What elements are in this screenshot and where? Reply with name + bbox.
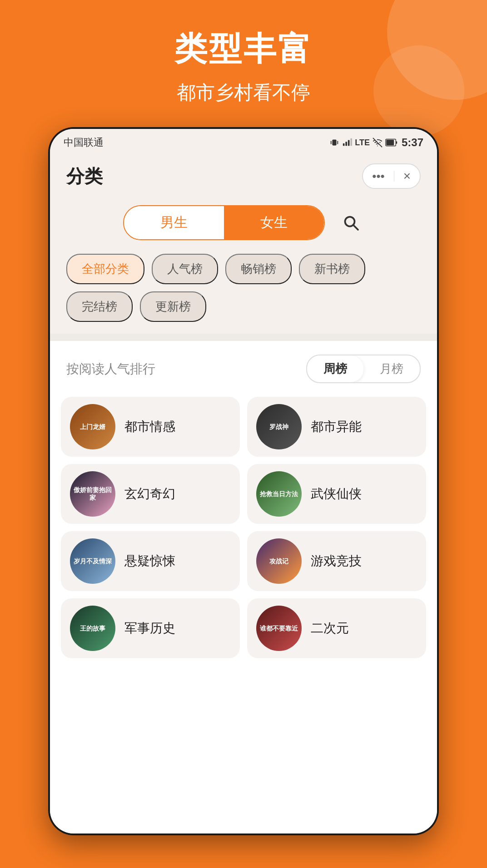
status-time: 5:37 bbox=[402, 136, 423, 149]
status-right-icons: LTE bbox=[329, 136, 423, 149]
category-label-urban-emotion: 都市情感 bbox=[124, 418, 175, 435]
category-cover-urban-emotion: 上门龙婿 bbox=[70, 404, 115, 449]
chip-new-books[interactable]: 新书榜 bbox=[299, 254, 365, 284]
category-cover-martial: 抢救当日方法 bbox=[256, 471, 302, 517]
ranking-tabs: 周榜 月榜 bbox=[306, 355, 421, 383]
svg-rect-9 bbox=[386, 140, 394, 145]
phone-screen: 中国联通 L bbox=[50, 129, 437, 833]
category-card-fantasy[interactable]: 傲娇前妻抱回家 玄幻奇幻 bbox=[61, 464, 240, 524]
section-divider bbox=[50, 334, 437, 341]
category-card-anime[interactable]: 谁都不要靠近 二次元 bbox=[247, 598, 426, 658]
content-area: 按阅读人气排行 周榜 月榜 上门龙婿 都市情感 罗战神 bbox=[50, 341, 437, 833]
app-title: 分类 bbox=[66, 164, 103, 189]
tab-male[interactable]: 男生 bbox=[124, 206, 224, 239]
chip-updated[interactable]: 更新榜 bbox=[140, 291, 206, 322]
svg-rect-6 bbox=[351, 138, 353, 146]
category-label-martial: 武侠仙侠 bbox=[311, 485, 362, 503]
tab-monthly[interactable]: 月榜 bbox=[363, 355, 420, 382]
category-card-military[interactable]: 王的故事 军事历史 bbox=[61, 598, 240, 658]
chip-bestseller[interactable]: 畅销榜 bbox=[225, 254, 292, 284]
chip-completed[interactable]: 完结榜 bbox=[66, 291, 133, 322]
category-card-urban-emotion[interactable]: 上门龙婿 都市情感 bbox=[61, 397, 240, 457]
category-label-fantasy: 玄幻奇幻 bbox=[124, 485, 175, 503]
svg-rect-3 bbox=[343, 143, 345, 146]
category-cover-mystery: 岁月不及情深 bbox=[70, 538, 115, 584]
category-card-urban-ability[interactable]: 罗战神 都市异能 bbox=[247, 397, 426, 457]
carrier-label: 中国联通 bbox=[64, 136, 104, 149]
svg-rect-2 bbox=[338, 141, 338, 144]
ranking-title: 按阅读人气排行 bbox=[66, 360, 155, 378]
svg-point-7 bbox=[377, 145, 378, 146]
svg-line-12 bbox=[354, 226, 358, 230]
category-label-mystery: 悬疑惊悚 bbox=[124, 552, 175, 570]
category-cover-anime: 谁都不要靠近 bbox=[256, 606, 302, 651]
battery-icon bbox=[385, 138, 398, 148]
svg-point-11 bbox=[345, 217, 355, 226]
app-header: 分类 ••• × bbox=[50, 156, 437, 196]
close-button[interactable]: × bbox=[394, 164, 420, 188]
chip-popularity[interactable]: 人气榜 bbox=[152, 254, 218, 284]
gender-tabs-container: 男生 女生 bbox=[50, 196, 437, 249]
vibrate-icon bbox=[329, 138, 339, 148]
status-bar: 中国联通 L bbox=[50, 129, 437, 156]
chip-all-categories[interactable]: 全部分类 bbox=[66, 254, 144, 284]
tab-weekly[interactable]: 周榜 bbox=[307, 355, 363, 382]
bg-decoration2 bbox=[373, 45, 464, 136]
svg-rect-1 bbox=[331, 141, 332, 144]
category-card-gaming[interactable]: 攻战记 游戏竞技 bbox=[247, 531, 426, 591]
signal-icons: LTE bbox=[329, 138, 398, 148]
svg-rect-5 bbox=[348, 140, 350, 146]
category-cover-military: 王的故事 bbox=[70, 606, 115, 651]
search-button[interactable] bbox=[338, 210, 364, 236]
category-cover-urban-ability: 罗战神 bbox=[256, 404, 302, 449]
svg-rect-10 bbox=[396, 141, 397, 144]
category-card-mystery[interactable]: 岁月不及情深 悬疑惊悚 bbox=[61, 531, 240, 591]
category-grid: 上门龙婿 都市情感 罗战神 都市异能 傲娇前妻抱回家 玄幻奇幻 bbox=[50, 392, 437, 663]
search-icon bbox=[343, 215, 359, 231]
category-label-anime: 二次元 bbox=[311, 620, 349, 637]
category-label-urban-ability: 都市异能 bbox=[311, 418, 362, 435]
category-card-martial[interactable]: 抢救当日方法 武侠仙侠 bbox=[247, 464, 426, 524]
tab-female[interactable]: 女生 bbox=[224, 206, 324, 239]
lte-label: LTE bbox=[355, 138, 370, 148]
more-button[interactable]: ••• bbox=[363, 165, 393, 188]
filter-chips-container: 全部分类 人气榜 畅销榜 新书榜 完结榜 更新榜 bbox=[50, 249, 437, 326]
header-actions: ••• × bbox=[362, 163, 421, 189]
ranking-header: 按阅读人气排行 周榜 月榜 bbox=[50, 341, 437, 392]
phone-frame: 中国联通 L bbox=[48, 127, 439, 835]
category-cover-fantasy: 傲娇前妻抱回家 bbox=[70, 471, 115, 517]
svg-rect-4 bbox=[346, 142, 348, 146]
action-button-group: ••• × bbox=[362, 163, 421, 189]
category-label-military: 军事历史 bbox=[124, 620, 175, 637]
svg-rect-0 bbox=[333, 140, 337, 146]
signal-icon bbox=[342, 138, 352, 148]
category-cover-gaming: 攻战记 bbox=[256, 538, 302, 584]
gender-tab-group: 男生 女生 bbox=[123, 205, 325, 240]
category-label-gaming: 游戏竞技 bbox=[311, 552, 362, 570]
wifi-off-icon bbox=[373, 138, 383, 148]
